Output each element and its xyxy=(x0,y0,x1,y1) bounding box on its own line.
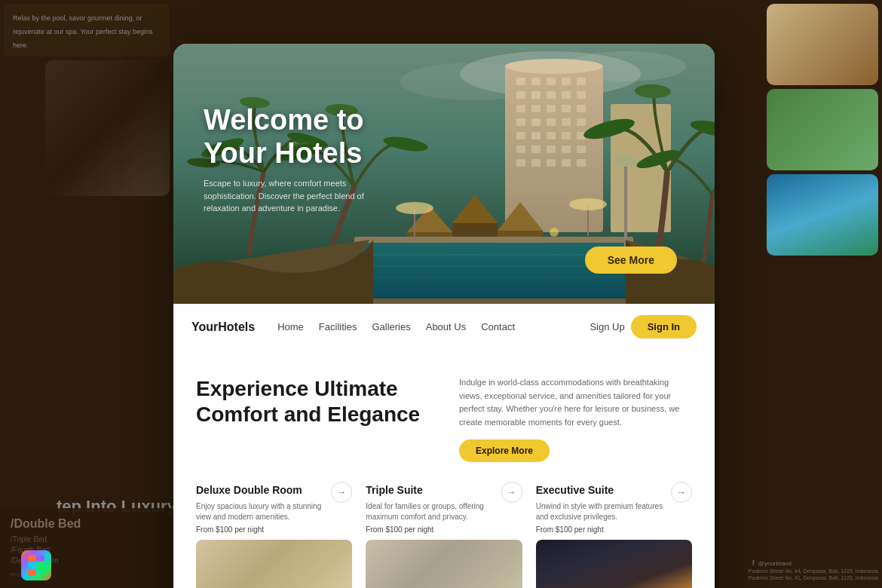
room-image-1 xyxy=(366,540,522,588)
explore-button[interactable]: Explore More xyxy=(459,439,550,462)
room-arrow-2[interactable]: → xyxy=(671,482,692,503)
svg-rect-0 xyxy=(28,555,36,562)
svg-rect-40 xyxy=(516,159,525,167)
figma-icon xyxy=(21,550,51,580)
section-title: Experience Ultimate Comfort and Elegance xyxy=(196,376,429,427)
svg-rect-32 xyxy=(547,132,556,139)
room-image-2 xyxy=(536,540,692,588)
nav-about[interactable]: About Us xyxy=(426,321,466,332)
content-section: Experience Ultimate Comfort and Elegance… xyxy=(173,349,715,588)
nav-contact[interactable]: Contact xyxy=(481,321,515,332)
svg-rect-41 xyxy=(531,159,541,167)
svg-rect-42 xyxy=(547,159,556,167)
room-card-0: Deluxe Double Room → Enjoy spacious luxu… xyxy=(196,483,352,588)
hero-title: Welcome to Your Hotels xyxy=(204,104,384,170)
svg-rect-21 xyxy=(531,105,541,112)
bg-address: Pademo Street No. 44, Denpasar, Bali, 12… xyxy=(749,568,878,580)
room-price-1: From $100 per night xyxy=(366,525,522,534)
section-description: Indulge in world-class accommodations wi… xyxy=(459,376,692,429)
bg-thumb-pool xyxy=(767,174,878,256)
svg-rect-4 xyxy=(28,569,36,576)
svg-point-77 xyxy=(550,228,559,237)
svg-rect-2 xyxy=(28,562,36,569)
svg-rect-1 xyxy=(36,555,44,562)
room-name-1: Triple Suite xyxy=(366,484,422,496)
nav-galleries[interactable]: Galleries xyxy=(372,321,410,332)
hero-subtitle: Escape to luxury, where comfort meets so… xyxy=(204,177,384,215)
svg-rect-50 xyxy=(452,223,498,237)
svg-rect-28 xyxy=(562,118,571,126)
bg-triple-bed: /Triple Bed xyxy=(11,535,163,544)
svg-rect-39 xyxy=(577,145,586,153)
room-name-2: Executive Suite xyxy=(536,484,614,496)
svg-rect-27 xyxy=(547,118,556,126)
room-image-0 xyxy=(196,540,352,588)
svg-rect-33 xyxy=(562,132,571,139)
svg-rect-19 xyxy=(577,91,586,99)
room-arrow-0[interactable]: → xyxy=(331,482,352,503)
room-name-0: Deluxe Double Room xyxy=(196,484,302,496)
svg-rect-20 xyxy=(516,105,525,112)
rooms-row: Deluxe Double Room → Enjoy spacious luxu… xyxy=(196,483,692,588)
svg-rect-37 xyxy=(547,145,556,153)
room-arrow-1[interactable]: → xyxy=(501,482,522,503)
svg-rect-43 xyxy=(562,159,571,167)
svg-point-60 xyxy=(614,155,637,167)
svg-rect-38 xyxy=(562,145,571,153)
svg-point-76 xyxy=(569,198,607,210)
svg-rect-13 xyxy=(562,78,571,85)
hero-content: Welcome to Your Hotels Escape to luxury,… xyxy=(204,104,384,230)
bg-left-area: Relax by the pool, savor gourmet dining,… xyxy=(4,4,170,196)
room-header-2: Executive Suite → xyxy=(536,483,692,497)
room-desc-0: Enjoy spacious luxury with a stunning vi… xyxy=(196,501,352,522)
svg-rect-11 xyxy=(531,78,541,85)
navbar: YourHotels Home Facilities Galleries Abo… xyxy=(173,304,715,349)
bg-header-text: Relax by the pool, savor gourmet dining,… xyxy=(4,4,170,57)
svg-rect-10 xyxy=(516,78,525,85)
svg-rect-23 xyxy=(562,105,571,112)
svg-rect-16 xyxy=(531,91,541,99)
room-header-1: Triple Suite → xyxy=(366,483,522,497)
svg-point-3 xyxy=(36,562,44,570)
room-desc-1: Ideal for families or groups, offering m… xyxy=(366,501,522,522)
main-card: Welcome to Your Hotels Escape to luxury,… xyxy=(173,44,715,588)
room-desc-2: Unwind in style with premium features an… xyxy=(536,501,692,522)
svg-rect-25 xyxy=(516,118,525,126)
room-price-2: From $100 per night xyxy=(536,525,692,534)
svg-point-45 xyxy=(505,59,603,74)
svg-rect-18 xyxy=(562,91,571,99)
bg-thumb-palms xyxy=(767,89,878,170)
nav-home[interactable]: Home xyxy=(277,321,304,332)
bg-top-text: Relax by the pool, savor gourmet dining,… xyxy=(13,14,153,49)
svg-rect-35 xyxy=(516,145,525,153)
bg-thumb-chairs xyxy=(767,4,878,85)
bg-left-image xyxy=(45,60,170,196)
bg-right-thumbnails xyxy=(767,4,878,256)
signup-button[interactable]: Sign Up xyxy=(590,321,624,332)
svg-rect-14 xyxy=(577,78,586,85)
svg-point-74 xyxy=(396,202,433,214)
room-card-2: Executive Suite → Unwind in style with p… xyxy=(536,483,692,588)
svg-rect-31 xyxy=(531,132,541,139)
content-top: Experience Ultimate Comfort and Elegance… xyxy=(196,376,692,462)
svg-rect-22 xyxy=(547,105,556,112)
svg-rect-44 xyxy=(577,159,586,167)
content-left: Experience Ultimate Comfort and Elegance xyxy=(196,376,429,462)
room-card-1: Triple Suite → Ideal for families or gro… xyxy=(366,483,522,588)
svg-rect-36 xyxy=(531,145,541,153)
svg-rect-26 xyxy=(531,118,541,126)
nav-facilities[interactable]: Facilities xyxy=(319,321,357,332)
room-price-0: From $100 per night xyxy=(196,525,352,534)
svg-rect-15 xyxy=(516,91,525,99)
hero-section: Welcome to Your Hotels Escape to luxury,… xyxy=(173,44,715,304)
svg-rect-58 xyxy=(354,299,633,304)
svg-rect-29 xyxy=(577,118,586,126)
bg-double-bed-label: /Double Bed xyxy=(11,517,163,531)
navbar-brand[interactable]: YourHotels xyxy=(191,320,255,334)
room-header-0: Deluxe Double Room → xyxy=(196,483,352,497)
see-more-button[interactable]: See More xyxy=(585,247,677,274)
svg-rect-24 xyxy=(577,105,586,112)
signin-button[interactable]: Sign In xyxy=(631,315,697,338)
navbar-nav: Home Facilities Galleries About Us Conta… xyxy=(277,321,590,332)
svg-rect-57 xyxy=(354,237,633,243)
